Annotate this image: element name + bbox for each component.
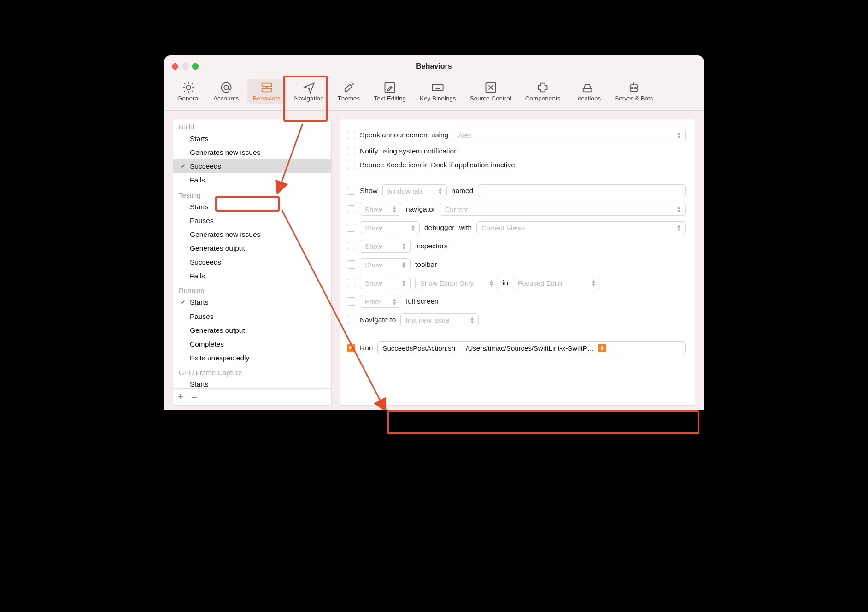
show-nav-value-select[interactable]: Current ▲▼ bbox=[440, 203, 686, 216]
debugger-label: debugger bbox=[424, 224, 455, 232]
remove-behavior-button[interactable]: – bbox=[192, 392, 197, 402]
tab-label: Locations bbox=[574, 95, 601, 102]
sidebar-item-testing-output[interactable]: Generates output bbox=[173, 241, 331, 255]
tab-behaviors[interactable]: Behaviors bbox=[247, 79, 286, 104]
svg-point-1 bbox=[224, 85, 228, 89]
navigate-checkbox[interactable] bbox=[347, 316, 355, 324]
sidebar-item-build-succeeds[interactable]: ✓Succeeds bbox=[173, 159, 331, 173]
tab-locations[interactable]: Locations bbox=[569, 79, 606, 104]
notify-checkbox[interactable] bbox=[347, 147, 355, 155]
show-nav-checkbox[interactable] bbox=[347, 205, 355, 213]
svg-rect-5 bbox=[433, 84, 443, 91]
named-label: named bbox=[452, 187, 473, 195]
show-editor-mode-select[interactable]: Show Editor Only ▲▼ bbox=[415, 277, 498, 289]
source-control-icon bbox=[484, 82, 497, 93]
window-title: Behaviors bbox=[164, 62, 704, 71]
sidebar-item-running-output[interactable]: Generates output bbox=[173, 324, 331, 337]
chevron-updown-icon: ▲▼ bbox=[401, 279, 405, 287]
show-editor-action-select[interactable]: Show ▲▼ bbox=[360, 277, 411, 289]
tab-navigation[interactable]: Navigation bbox=[289, 79, 329, 104]
annotation-box bbox=[387, 410, 699, 434]
sidebar-item-testing-starts[interactable]: Starts bbox=[173, 200, 331, 214]
sidebar-item-running-pauses[interactable]: Pauses bbox=[173, 310, 331, 324]
chevron-updown-icon: ▲▼ bbox=[401, 242, 405, 250]
sidebar-item-testing-pauses[interactable]: Pauses bbox=[173, 214, 331, 228]
sidebar-group-testing: Testing bbox=[173, 188, 331, 200]
tab-source-control[interactable]: Source Control bbox=[464, 79, 517, 104]
svg-point-9 bbox=[635, 87, 637, 89]
show-toolbar-action-select[interactable]: Show ▲▼ bbox=[360, 258, 411, 271]
toolbar-label: toolbar bbox=[415, 260, 437, 269]
divider bbox=[347, 176, 686, 176]
tab-text-editing[interactable]: Text Editing bbox=[368, 79, 411, 104]
brush-icon bbox=[342, 82, 355, 93]
in-label: in bbox=[503, 279, 508, 287]
sidebar-item-testing-fails[interactable]: Fails bbox=[173, 269, 331, 283]
keyboard-icon bbox=[431, 82, 444, 93]
show-nav-action-select[interactable]: Show ▲▼ bbox=[360, 203, 401, 216]
bounce-label: Bounce Xcode icon in Dock if application… bbox=[360, 161, 515, 169]
chevron-updown-icon: ▲▼ bbox=[470, 316, 474, 324]
edit-icon bbox=[383, 82, 396, 93]
show-editor-checkbox[interactable] bbox=[347, 279, 355, 287]
sidebar-item-gpu-starts[interactable]: Starts bbox=[173, 377, 331, 388]
preferences-window: Behaviors General Accounts Behaviors bbox=[164, 55, 704, 410]
sidebar-item-testing-succeeds[interactable]: Succeeds bbox=[173, 255, 331, 269]
show-tab-label: Show bbox=[360, 187, 378, 195]
run-checkbox[interactable] bbox=[347, 344, 355, 352]
sidebar-item-build-new-issues[interactable]: Generates new issues bbox=[173, 146, 331, 159]
fullscreen-checkbox[interactable] bbox=[347, 297, 355, 306]
at-icon bbox=[220, 82, 233, 93]
tab-label: Behaviors bbox=[253, 95, 281, 102]
tab-accounts[interactable]: Accounts bbox=[208, 79, 245, 104]
preferences-toolbar: General Accounts Behaviors Navigation bbox=[164, 77, 704, 111]
svg-point-8 bbox=[632, 87, 633, 89]
tab-label: General bbox=[177, 95, 199, 102]
tab-label: Themes bbox=[337, 95, 360, 102]
show-tab-checkbox[interactable] bbox=[347, 187, 355, 195]
fullscreen-action-select[interactable]: Enter ▲▼ bbox=[360, 295, 401, 308]
disk-icon bbox=[581, 82, 594, 93]
speak-voice-select[interactable]: Alex ▲▼ bbox=[453, 129, 686, 141]
add-behavior-button[interactable]: + bbox=[178, 392, 183, 402]
show-tab-select[interactable]: window tab ▲▼ bbox=[382, 184, 447, 197]
titlebar: Behaviors bbox=[164, 55, 704, 77]
show-dbg-action-select[interactable]: Show ▲▼ bbox=[360, 221, 420, 234]
speak-label: Speak announcement using bbox=[360, 131, 448, 139]
show-dbg-value-select[interactable]: Current Views ▲▼ bbox=[476, 221, 686, 234]
tab-general[interactable]: General bbox=[172, 79, 205, 104]
run-label: Run bbox=[360, 344, 373, 352]
show-toolbar-checkbox[interactable] bbox=[347, 260, 355, 269]
speak-checkbox[interactable] bbox=[347, 131, 355, 139]
show-insp-action-select[interactable]: Show ▲▼ bbox=[360, 240, 411, 253]
sidebar-item-running-starts[interactable]: ✓Starts bbox=[173, 295, 331, 309]
with-label: with bbox=[459, 224, 472, 232]
bounce-checkbox[interactable] bbox=[347, 161, 355, 169]
svg-point-0 bbox=[186, 85, 190, 89]
inspectors-label: inspectors bbox=[415, 242, 448, 250]
tab-label: Text Editing bbox=[374, 95, 406, 102]
tab-key-bindings[interactable]: Key Bindings bbox=[414, 79, 462, 104]
tab-label: Components bbox=[525, 95, 561, 102]
tab-server-bots[interactable]: Server & Bots bbox=[609, 79, 658, 104]
show-insp-checkbox[interactable] bbox=[347, 242, 355, 250]
sidebar-item-testing-new-issues[interactable]: Generates new issues bbox=[173, 228, 331, 241]
check-icon: ✓ bbox=[180, 162, 186, 171]
chevron-updown-icon: ▲▼ bbox=[438, 187, 442, 194]
show-dbg-checkbox[interactable] bbox=[347, 224, 355, 232]
tab-themes[interactable]: Themes bbox=[332, 79, 365, 104]
tab-name-input[interactable] bbox=[478, 184, 686, 197]
sidebar-item-build-starts[interactable]: Starts bbox=[173, 132, 331, 146]
sidebar-item-build-fails[interactable]: Fails bbox=[173, 173, 331, 187]
tab-components[interactable]: Components bbox=[520, 79, 566, 104]
chevron-updown-icon: ▲▼ bbox=[411, 224, 415, 231]
tab-label: Key Bindings bbox=[420, 95, 456, 102]
notify-label: Notify using system notification bbox=[360, 147, 458, 155]
show-editor-target-select[interactable]: Focused Editor ▲▼ bbox=[513, 277, 600, 289]
run-script-select[interactable]: SucceedsPostAction.sh — /Users/timac/Sou… bbox=[377, 341, 686, 354]
behaviors-sidebar: Build Starts Generates new issues ✓Succe… bbox=[173, 119, 332, 406]
sidebar-item-running-exits[interactable]: Exits unexpectedly bbox=[173, 351, 331, 365]
navigate-target-select[interactable]: first new issue ▲▼ bbox=[400, 313, 479, 326]
sidebar-item-running-completes[interactable]: Completes bbox=[173, 337, 331, 351]
divider bbox=[347, 333, 686, 333]
